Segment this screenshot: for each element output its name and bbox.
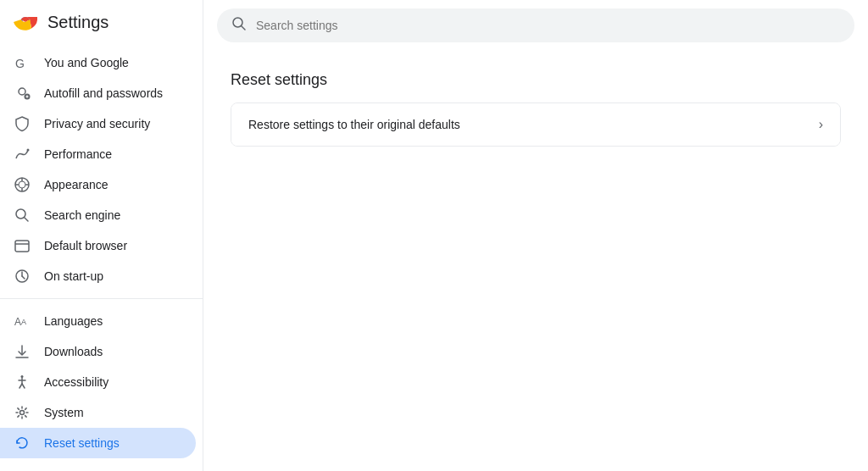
chevron-right-icon: ›	[819, 117, 823, 132]
restore-defaults-label: Restore settings to their original defau…	[248, 118, 460, 131]
search-bar	[217, 8, 854, 42]
sidebar-item-appearance[interactable]: Appearance	[0, 169, 196, 200]
search-bar-container	[203, 0, 868, 51]
sidebar-nav: G You and Google Autofill and passwords	[0, 44, 203, 462]
sidebar-header: Settings	[0, 0, 203, 44]
sidebar-item-you-and-google[interactable]: G You and Google	[0, 47, 196, 78]
sidebar-item-reset-settings[interactable]: Reset settings	[0, 428, 196, 458]
sidebar-label-reset-settings: Reset settings	[44, 436, 120, 450]
chrome-logo-icon	[14, 10, 37, 34]
sidebar-item-system[interactable]: System	[0, 397, 196, 428]
svg-line-29	[19, 384, 22, 388]
shield-icon	[14, 115, 31, 132]
sidebar-label-performance: Performance	[44, 147, 112, 161]
main-content: Reset settings Restore settings to their…	[203, 51, 868, 471]
svg-point-4	[19, 88, 25, 95]
downloads-icon	[14, 343, 31, 360]
sidebar-label-default-browser: Default browser	[44, 239, 127, 252]
sidebar-label-search-engine: Search engine	[44, 208, 120, 222]
svg-text:A: A	[21, 318, 26, 326]
svg-line-33	[242, 26, 245, 30]
search-engine-icon	[14, 207, 31, 224]
svg-line-16	[25, 218, 28, 221]
sidebar: Settings G You and Google Autofill an	[0, 0, 203, 471]
sidebar-label-system: System	[44, 406, 84, 419]
accessibility-icon	[14, 374, 31, 391]
search-input[interactable]	[256, 19, 841, 32]
sidebar-item-downloads[interactable]: Downloads	[0, 336, 196, 367]
reset-icon	[14, 435, 31, 452]
svg-point-10	[19, 181, 25, 188]
svg-text:A: A	[14, 316, 21, 328]
svg-text:G: G	[15, 57, 25, 70]
svg-point-15	[16, 209, 25, 219]
sidebar-label-languages: Languages	[44, 314, 103, 328]
svg-point-31	[20, 411, 25, 415]
system-icon	[14, 404, 31, 421]
browser-icon	[14, 237, 31, 254]
nav-divider	[0, 298, 203, 299]
main-content-area: Reset settings Restore settings to their…	[203, 0, 868, 471]
appearance-icon	[14, 176, 31, 193]
section-title: Reset settings	[231, 71, 841, 89]
languages-icon: A A	[14, 313, 31, 330]
sidebar-item-default-browser[interactable]: Default browser	[0, 230, 196, 261]
svg-line-21	[22, 276, 25, 279]
google-icon: G	[14, 54, 31, 71]
svg-line-30	[22, 384, 25, 388]
sidebar-label-downloads: Downloads	[44, 345, 103, 358]
svg-point-8	[27, 149, 30, 152]
sidebar-item-privacy[interactable]: Privacy and security	[0, 108, 196, 139]
sidebar-label-autofill: Autofill and passwords	[44, 86, 163, 100]
autofill-icon	[14, 85, 31, 102]
startup-icon	[14, 268, 31, 285]
settings-title: Settings	[47, 13, 108, 32]
sidebar-item-autofill[interactable]: Autofill and passwords	[0, 78, 196, 108]
sidebar-label-appearance: Appearance	[44, 178, 108, 191]
sidebar-label-you-and-google: You and Google	[44, 56, 129, 69]
sidebar-item-performance[interactable]: Performance	[0, 139, 196, 169]
sidebar-item-on-startup[interactable]: On start-up	[0, 261, 196, 291]
search-icon	[231, 15, 248, 36]
svg-rect-17	[15, 241, 29, 252]
sidebar-item-accessibility[interactable]: Accessibility	[0, 367, 196, 397]
performance-icon	[14, 146, 31, 163]
sidebar-label-accessibility: Accessibility	[44, 375, 108, 389]
settings-card: Restore settings to their original defau…	[231, 103, 841, 147]
sidebar-label-privacy: Privacy and security	[44, 117, 150, 130]
sidebar-item-search-engine[interactable]: Search engine	[0, 200, 196, 230]
svg-point-32	[233, 18, 242, 27]
sidebar-item-languages[interactable]: A A Languages	[0, 306, 196, 336]
sidebar-label-on-startup: On start-up	[44, 269, 103, 283]
restore-defaults-item[interactable]: Restore settings to their original defau…	[231, 103, 840, 146]
